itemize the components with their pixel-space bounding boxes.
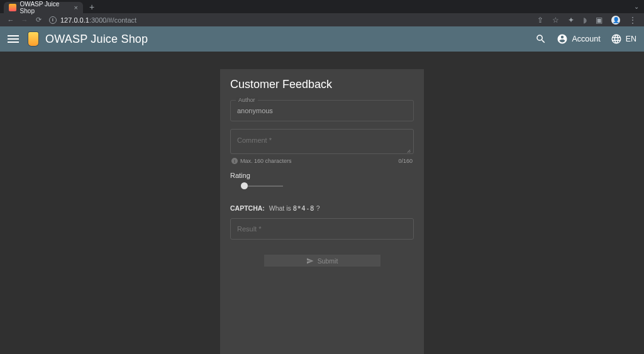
comment-textarea[interactable]	[231, 130, 413, 151]
nav-back-icon[interactable]: ←	[6, 16, 15, 24]
account-label: Account	[572, 35, 600, 43]
captcha-row: CAPTCHA: What is 8*4-8 ?	[230, 204, 414, 212]
new-tab-button[interactable]: +	[83, 2, 101, 12]
author-label: Author	[236, 97, 258, 103]
feedback-card: Customer Feedback Author i Max. 160 char…	[220, 69, 424, 354]
comment-field[interactable]	[230, 129, 414, 154]
search-icon	[535, 33, 547, 45]
submit-button[interactable]: Submit	[264, 255, 380, 267]
char-counter: 0/160	[398, 158, 413, 164]
app-logo	[26, 30, 40, 48]
page-body: Customer Feedback Author i Max. 160 char…	[0, 52, 644, 354]
resize-grip-icon[interactable]	[406, 147, 411, 152]
info-icon: i	[231, 158, 238, 164]
globe-icon	[611, 33, 622, 45]
tab-title: OWASP Juice Shop	[20, 1, 74, 14]
browser-tab[interactable]: OWASP Juice Shop ×	[4, 2, 83, 13]
slider-thumb[interactable]	[241, 182, 248, 189]
browser-toolbar: ← → ⟳ i 127.0.0.1 :3000/#/contact ⇪ ☆ ✦ …	[0, 13, 644, 26]
app-title: OWASP Juice Shop	[45, 33, 148, 46]
share-icon[interactable]: ⇪	[537, 16, 543, 25]
account-button[interactable]: Account	[557, 33, 600, 45]
app-toolbar: OWASP Juice Shop Account EN	[0, 26, 644, 52]
submit-label: Submit	[318, 257, 338, 265]
profile-avatar-icon[interactable]: 👤	[611, 16, 620, 25]
result-input[interactable]	[231, 219, 413, 239]
bookmark-icon[interactable]: ☆	[552, 16, 559, 25]
language-button[interactable]: EN	[611, 33, 636, 45]
rating-slider[interactable]	[244, 180, 301, 192]
rating-label: Rating	[230, 172, 414, 179]
captcha-prompt: What is	[269, 204, 291, 212]
panel-icon[interactable]: ▣	[596, 16, 602, 25]
send-icon	[306, 257, 314, 265]
profile-grey-icon[interactable]: ◗	[583, 16, 587, 25]
site-info-icon[interactable]: i	[49, 16, 57, 24]
hint-text: Max. 160 characters	[240, 158, 292, 164]
comment-hint-row: i Max. 160 characters 0/160	[230, 158, 414, 164]
nav-forward-icon[interactable]: →	[20, 16, 29, 24]
language-label: EN	[626, 35, 636, 43]
account-icon	[557, 33, 568, 45]
url-host: 127.0.0.1	[60, 16, 89, 24]
author-field: Author	[230, 100, 414, 121]
search-button[interactable]	[535, 33, 547, 45]
browser-tab-strip: OWASP Juice Shop × + ⌄	[0, 0, 644, 13]
slider-track	[244, 185, 283, 187]
captcha-suffix: ?	[316, 204, 320, 212]
address-bar[interactable]: i 127.0.0.1 :3000/#/contact	[49, 16, 136, 24]
captcha-expression: 8*4-8	[293, 204, 314, 212]
tab-favicon	[9, 4, 16, 11]
kebab-menu-icon[interactable]: ⋮	[629, 16, 636, 25]
tab-close-icon[interactable]: ×	[74, 4, 78, 11]
captcha-label: CAPTCHA:	[230, 204, 265, 212]
nav-reload-icon[interactable]: ⟳	[34, 16, 43, 24]
menu-button[interactable]	[8, 35, 19, 43]
result-field[interactable]	[230, 218, 414, 240]
author-input	[231, 101, 413, 121]
url-path: :3000/#/contact	[89, 16, 136, 24]
tabstrip-chevron-icon[interactable]: ⌄	[634, 3, 644, 10]
card-title: Customer Feedback	[230, 78, 414, 91]
extensions-icon[interactable]: ✦	[568, 16, 574, 25]
